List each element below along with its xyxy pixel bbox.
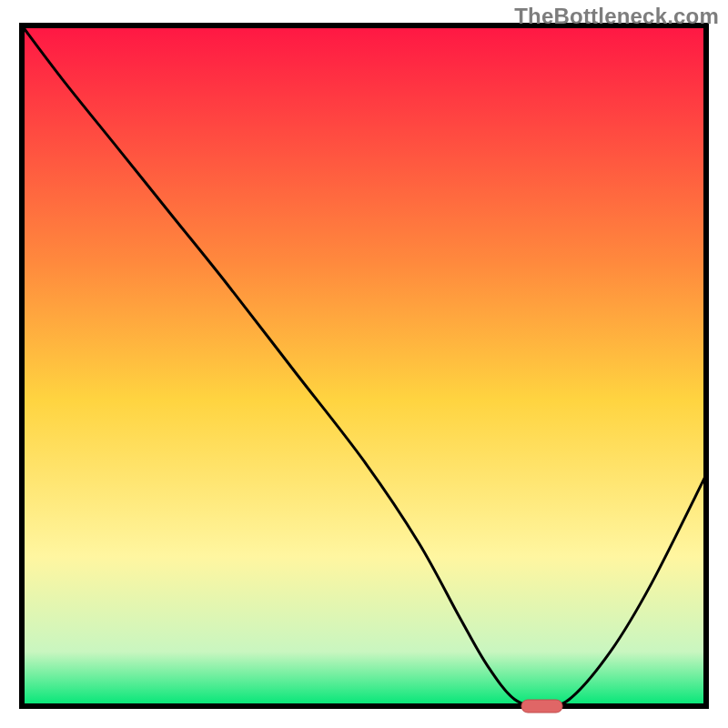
chart-container: TheBottleneck.com	[0, 0, 728, 728]
watermark-text: TheBottleneck.com	[514, 4, 719, 29]
optimal-marker	[521, 700, 562, 713]
bottleneck-chart	[0, 0, 728, 728]
plot-background	[22, 25, 706, 706]
